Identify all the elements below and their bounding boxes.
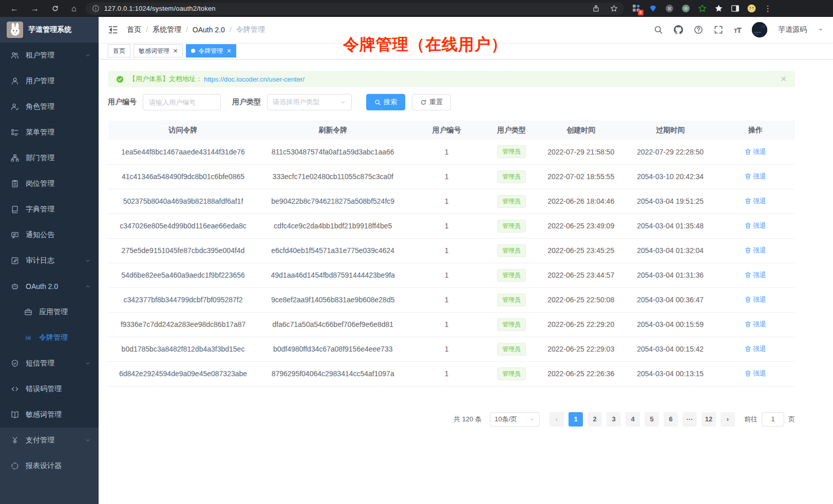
help-icon[interactable] [694, 25, 703, 34]
chevron-down-icon [529, 416, 535, 422]
chevron-icon [85, 52, 91, 59]
github-icon[interactable] [674, 25, 683, 34]
table-row: c347026e805e4d99b0d116eae66eda8c cdfc4ce… [108, 214, 795, 238]
sidebar-item-token-management[interactable]: (a) 令牌管理 [0, 325, 99, 351]
pagination: 共 120 条 10条/页 ‹ 123456···12 › 前往 页 [108, 412, 795, 427]
sidebar-item-report-designer[interactable]: 报表设计器 [0, 453, 99, 479]
page-button-4[interactable]: 4 [626, 412, 640, 427]
profile-avatar-emoji[interactable] [747, 4, 756, 13]
sidebar-item-audit-log[interactable]: 审计日志 [0, 248, 99, 274]
refresh-token-cell: e6cfd40eb1f54571a31e775e039c4624 [258, 238, 407, 263]
force-logout-button[interactable]: 强退 [745, 221, 766, 230]
page-button-6[interactable]: 6 [664, 412, 678, 427]
page-button-3[interactable]: 3 [607, 412, 621, 427]
extension-gem-icon[interactable] [649, 4, 657, 13]
sidebar-item-user-management[interactable]: 用户管理 [0, 68, 99, 94]
prev-page-button[interactable]: ‹ [550, 412, 564, 427]
sidebar-item-sms-management[interactable]: 短信管理 [0, 351, 99, 376]
extension-record-icon[interactable] [681, 4, 690, 13]
sidebar-item-payment-management[interactable]: 支付管理 [0, 428, 99, 453]
force-logout-button[interactable]: 强退 [745, 197, 766, 206]
refresh-token-cell: 811c530487574fa0af1a59d3abc1aa66 [258, 140, 407, 164]
site-info-icon[interactable] [92, 5, 100, 12]
user-avatar[interactable] [752, 22, 767, 37]
page-more-button[interactable]: ··· [683, 412, 697, 427]
user-id-input[interactable] [143, 94, 221, 110]
tab-token-management[interactable]: 令牌管理 ✕ [186, 44, 236, 57]
page-button-2[interactable]: 2 [588, 412, 602, 427]
browser-home-icon[interactable]: ⌂ [71, 5, 77, 13]
table-row: 54d6be82ee5a460a9aedc1f9bf223656 49d1aa4… [108, 263, 795, 287]
browser-reload-icon[interactable] [51, 5, 59, 12]
search-button[interactable]: 搜索 [366, 94, 405, 110]
sidebar-item-tenant-management[interactable]: 租户管理 [0, 43, 99, 68]
sidebar-item-app-management[interactable]: 应用管理 [0, 299, 99, 325]
address-bar[interactable]: 127.0.0.1:1024/system/oauth2/token [86, 3, 624, 15]
browser-forward-icon[interactable]: → [31, 5, 39, 13]
browser-menu-icon[interactable]: ⋮ [764, 4, 772, 13]
bookmark-star-icon[interactable] [610, 5, 618, 12]
dict-icon [11, 205, 19, 214]
doc-link[interactable]: https://doc.iocoder.cn/user-center/ [204, 75, 305, 83]
force-logout-button[interactable]: 强退 [745, 295, 766, 304]
page-button-1[interactable]: 1 [569, 412, 583, 427]
sidebar-item-label: 部门管理 [26, 153, 54, 163]
sidebar-item-notice-announcement[interactable]: 通知公告 [0, 222, 99, 248]
users-icon [11, 51, 19, 60]
font-size-icon[interactable]: TT [734, 26, 741, 34]
sidebar-item-dept-management[interactable]: 部门管理 [0, 145, 99, 171]
breadcrumb-item[interactable]: 首页 [127, 25, 141, 34]
tab-home[interactable]: 首页 [108, 44, 130, 57]
chevron-down-icon[interactable] [818, 27, 824, 33]
refresh-token-cell: 333ecfc71e02480cb11055c875c3ca0f [258, 164, 407, 189]
user-type-select[interactable]: 请选择用户类型 [267, 94, 352, 110]
tab-close-icon[interactable]: ✕ [226, 48, 231, 54]
browser-back-icon[interactable]: ← [10, 5, 18, 13]
sidebar-item-post-management[interactable]: 岗位管理 [0, 171, 99, 197]
user-id-cell: 1 [407, 164, 486, 189]
page-size-select[interactable]: 10条/页 [490, 412, 540, 427]
force-logout-button[interactable]: 强退 [745, 147, 766, 157]
breadcrumb-item: 令牌管理 [236, 25, 265, 34]
breadcrumb-item[interactable]: OAuth 2.0 [193, 26, 225, 34]
force-logout-button[interactable]: 强退 [745, 320, 766, 329]
side-panel-icon[interactable] [731, 4, 740, 13]
search-icon[interactable] [654, 25, 663, 34]
force-logout-button[interactable]: 强退 [745, 246, 766, 255]
goto-page-input[interactable] [762, 412, 784, 427]
sidebar-item-error-code-management[interactable]: 错误码管理 [0, 376, 99, 402]
reset-button[interactable]: 重置 [412, 94, 451, 110]
sidebar-item-menu-management[interactable]: 菜单管理 [0, 120, 99, 145]
sidebar-fold-icon[interactable] [108, 25, 118, 35]
user-type-badge: 管理员 [497, 318, 526, 331]
extension-grid-icon[interactable]: 9 [632, 4, 641, 13]
page-button-12[interactable]: 12 [702, 412, 716, 427]
tab-close-icon[interactable]: ✕ [173, 48, 178, 54]
page-button-5[interactable]: 5 [645, 412, 659, 427]
url-text[interactable]: 127.0.0.1:1024/system/oauth2/token [104, 5, 216, 12]
user-type-badge: 管理员 [497, 145, 526, 158]
sidebar-item-sensitive-word-management[interactable]: 敏感词管理 [0, 402, 99, 428]
share-icon[interactable] [592, 5, 600, 12]
username[interactable]: 芋道源码 [778, 25, 807, 34]
fullscreen-icon[interactable] [714, 25, 723, 34]
sidebar-item-oauth2[interactable]: OAuth 2.0 [0, 274, 99, 299]
breadcrumb-item[interactable]: 系统管理 [153, 25, 181, 34]
col-refresh-token: 刷新令牌 [258, 121, 407, 140]
sidebar-item-dict-management[interactable]: 字典管理 [0, 197, 99, 222]
trash-icon [745, 198, 751, 204]
extension-command-icon[interactable]: ⌘ [665, 4, 674, 13]
next-page-button[interactable]: › [721, 412, 735, 427]
sidebar-item-role-management[interactable]: 角色管理 [0, 94, 99, 120]
extension-white-star-icon[interactable] [714, 4, 723, 13]
app-logo[interactable]: 芋道管理系统 [0, 17, 99, 43]
extension-green-star-icon[interactable] [698, 4, 707, 13]
alert-close-icon[interactable]: ✕ [780, 74, 787, 84]
force-logout-button[interactable]: 强退 [745, 344, 766, 354]
sidebar-item-label: 令牌管理 [39, 333, 68, 342]
force-logout-button[interactable]: 强退 [745, 369, 766, 378]
tab-sensitive-word[interactable]: 敏感词管理 ✕ [134, 44, 183, 57]
force-logout-button[interactable]: 强退 [745, 270, 766, 280]
user-id-cell: 1 [407, 337, 486, 361]
force-logout-button[interactable]: 强退 [745, 172, 766, 181]
